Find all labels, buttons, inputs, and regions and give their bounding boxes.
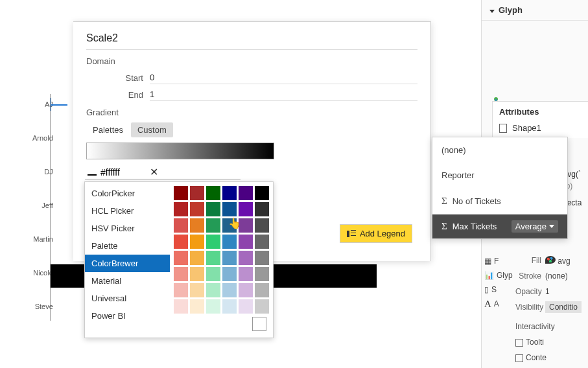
color-swatch[interactable] [190,299,204,314]
color-swatch[interactable] [239,283,253,297]
color-swatch[interactable] [239,299,253,314]
color-swatch[interactable] [222,283,237,297]
color-swatch[interactable] [255,218,269,233]
fill-value[interactable]: avg [545,256,588,266]
color-swatch[interactable] [206,299,220,314]
attributes-panel: Attributes Shape1 [492,101,588,138]
ctx-item-no-tickets[interactable]: ΣNo of Tickets [432,188,567,214]
color-swatch[interactable] [222,186,237,200]
color-swatch[interactable] [174,299,188,314]
color-swatch[interactable] [190,218,204,233]
color-swatch[interactable] [222,218,237,233]
chevron-down-icon [549,225,554,228]
legend-icon [347,230,356,238]
color-swatch[interactable] [190,186,204,200]
color-swatch[interactable] [222,202,237,216]
list-item[interactable]: ▦F [484,254,517,268]
stroke-value[interactable]: (none) [545,271,588,281]
list-item[interactable]: AA [484,297,517,311]
color-swatch-indicator[interactable] [88,169,97,176]
color-swatch[interactable] [255,283,269,297]
picker-item-hsv[interactable]: HSV Picker [85,220,170,237]
color-swatch[interactable] [239,235,253,249]
picker-item-powerbi[interactable]: Power BI [85,307,170,325]
color-swatch[interactable] [206,283,220,297]
axis-label: Arnold [32,134,60,168]
color-swatch[interactable] [174,283,188,297]
color-swatch[interactable] [174,267,188,281]
color-swatch[interactable] [174,235,188,249]
selected-swatch-preview[interactable] [252,317,266,331]
color-swatch[interactable] [190,235,204,249]
picker-item-material[interactable]: Material [85,272,170,290]
color-swatch[interactable] [239,186,253,200]
chart-icon: 📊 [484,271,494,280]
color-swatch[interactable] [174,202,188,216]
start-label: Start [112,73,143,83]
swatch-grid [170,182,273,338]
tooltip-toggle[interactable]: Toolti [515,338,588,347]
shape-icon [499,124,507,133]
color-swatch[interactable] [222,251,237,265]
grid-icon: ▦ [484,257,491,266]
attributes-header: Attributes [499,107,582,117]
clear-icon[interactable]: ✕ [150,166,158,178]
color-swatch[interactable] [206,202,220,216]
color-swatch[interactable] [190,251,204,265]
domain-label: Domain [86,56,417,66]
color-swatch[interactable] [174,218,188,233]
list-item[interactable]: ▯S [484,282,517,297]
add-legend-button[interactable]: Add Legend [340,224,412,243]
tab-custom[interactable]: Custom [131,122,173,137]
color-swatch[interactable] [222,267,237,281]
ctx-item-reporter[interactable]: Reporter [432,163,567,188]
color-swatch[interactable] [255,186,269,200]
ctx-item-none[interactable]: (none) [432,137,567,163]
color-swatch[interactable] [190,283,204,297]
axis-label: DJ [32,168,60,201]
color-swatch[interactable] [174,186,188,200]
color-swatch[interactable] [206,218,220,233]
picker-mode-list: ColorPicker HCL Picker HSV Picker Palett… [85,182,170,338]
color-swatch[interactable] [190,267,204,281]
color-swatch[interactable] [222,235,237,249]
color-swatch[interactable] [206,235,220,249]
picker-item-colorpicker[interactable]: ColorPicker [85,185,170,202]
gradient-preview[interactable] [86,143,274,159]
end-input[interactable]: 1 [150,88,417,101]
ctx-item-max-tickets[interactable]: Σ Max Tickets Average [432,214,567,238]
context-toggle[interactable]: Conte [515,353,588,362]
opacity-value[interactable]: 1 [545,287,588,296]
fill-label: Fill [515,256,545,265]
start-input[interactable]: 0 [150,71,417,84]
picker-item-palette[interactable]: Palette [85,237,170,255]
shape-name: Shape1 [512,123,541,133]
color-swatch[interactable] [206,267,220,281]
gradient-tabs: Palettes Custom [86,122,417,137]
hex-input[interactable] [100,167,146,178]
glyph-section-header[interactable]: Glyph [482,0,588,21]
color-swatch[interactable] [255,202,269,216]
shape-row[interactable]: Shape1 [499,123,582,133]
list-item[interactable]: 📊Glyp [484,268,517,282]
picker-item-hcl[interactable]: HCL Picker [85,202,170,220]
color-swatch[interactable] [206,186,220,200]
color-swatch[interactable] [255,235,269,249]
color-swatch[interactable] [255,251,269,265]
color-swatch[interactable] [190,202,204,216]
visibility-value[interactable]: Conditio [545,303,588,312]
color-swatch[interactable] [174,251,188,265]
color-swatch[interactable] [222,299,237,314]
color-swatch[interactable] [239,218,253,233]
picker-item-universal[interactable]: Universal [85,290,170,307]
tab-palettes[interactable]: Palettes [86,122,130,137]
color-swatch[interactable] [239,251,253,265]
color-swatch[interactable] [239,267,253,281]
color-swatch[interactable] [206,251,220,265]
picker-item-colorbrewer[interactable]: ColorBrewer [85,255,170,272]
color-swatch[interactable] [255,299,269,314]
color-swatch[interactable] [255,267,269,281]
aggregate-dropdown[interactable]: Average [512,220,558,233]
color-swatch[interactable] [239,202,253,216]
sigma-icon: Σ [441,196,447,207]
